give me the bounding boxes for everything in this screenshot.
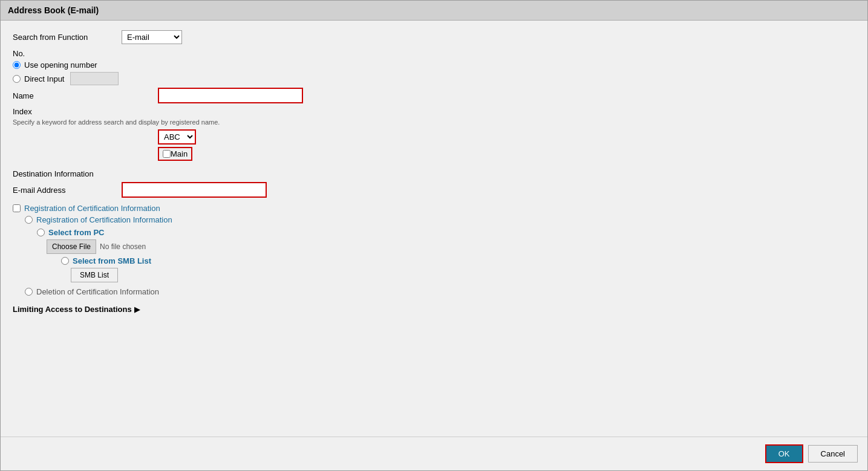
title-bar: Address Book (E-mail) [1, 1, 867, 21]
no-label: No. [13, 49, 855, 58]
window-title: Address Book (E-mail) [8, 5, 99, 15]
select-from-smb-label: Select from SMB List [73, 256, 151, 265]
use-opening-number-row: Use opening number [13, 60, 855, 70]
email-row: E-mail Address [13, 182, 855, 198]
content-area: Search from Function E-mail Fax SMB FTP … [1, 21, 867, 437]
cert-registration-radio-row: Registration of Certification Informatio… [25, 215, 855, 224]
cert-registration-radio-label: Registration of Certification Informatio… [36, 215, 172, 224]
select-from-smb-radio[interactable] [61, 257, 69, 265]
limiting-access-label: Limiting Access to Destinations [13, 305, 132, 314]
limiting-access-arrow: ▶ [134, 305, 140, 314]
choose-file-button[interactable]: Choose File [47, 239, 96, 254]
search-function-row: Search from Function E-mail Fax SMB FTP [13, 30, 855, 44]
cert-checkbox-row: Registration of Certification Informatio… [13, 204, 855, 213]
deletion-label: Deletion of Certification Information [36, 287, 159, 296]
cert-registration-radio[interactable] [25, 216, 33, 224]
name-input[interactable] [158, 88, 303, 103]
deletion-row: Deletion of Certification Information [25, 287, 855, 296]
cancel-button[interactable]: Cancel [808, 445, 858, 463]
main-window: Address Book (E-mail) Search from Functi… [0, 0, 868, 471]
use-opening-number-label: Use opening number [24, 60, 97, 70]
pc-sub-section: Select from PC Choose File No file chose… [37, 228, 855, 282]
deletion-radio[interactable] [25, 288, 33, 296]
smb-list-button[interactable]: SMB List [71, 268, 118, 282]
destination-title: Destination Information [13, 169, 855, 178]
cert-registration-checkbox-label: Registration of Certification Informatio… [24, 204, 160, 213]
select-from-pc-label: Select from PC [48, 228, 104, 237]
main-checkbox-wrapper: Main [158, 147, 192, 161]
destination-section: Destination Information E-mail Address [13, 169, 855, 198]
no-file-text: No file chosen [100, 242, 146, 251]
ok-button[interactable]: OK [765, 444, 803, 463]
name-row: Name [13, 88, 855, 103]
select-from-pc-row: Select from PC [37, 228, 855, 237]
smb-list-btn-row: SMB List [71, 268, 855, 282]
select-from-smb-row: Select from SMB List [61, 256, 855, 265]
email-address-input[interactable] [122, 182, 267, 198]
name-label: Name [13, 91, 158, 100]
footer: OK Cancel [1, 437, 867, 470]
direct-input-label: Direct Input [24, 74, 64, 83]
direct-input-field[interactable] [70, 72, 119, 85]
no-section: No. Use opening number Direct Input [13, 49, 855, 85]
use-opening-number-radio[interactable] [13, 61, 21, 69]
file-input-row: Choose File No file chosen [47, 239, 855, 254]
main-checkbox[interactable] [163, 150, 171, 158]
search-function-label: Search from Function [13, 33, 122, 42]
limiting-access-section[interactable]: Limiting Access to Destinations ▶ [13, 305, 855, 314]
select-from-pc-radio[interactable] [37, 229, 45, 236]
cert-registration-checkbox[interactable] [13, 204, 21, 212]
direct-input-row: Direct Input [13, 72, 855, 85]
abc-select[interactable]: ABC DEF GHI JKL MNO PQR STU VWX YZ [158, 129, 196, 145]
cert-section: Registration of Certification Informatio… [13, 204, 855, 296]
index-label: Index [13, 107, 855, 116]
direct-input-radio[interactable] [13, 75, 21, 83]
index-section: Index Specify a keyword for address sear… [13, 107, 855, 161]
index-hint: Specify a keyword for address search and… [13, 119, 855, 126]
email-address-label: E-mail Address [13, 186, 122, 195]
main-label: Main [171, 149, 188, 158]
index-controls: ABC DEF GHI JKL MNO PQR STU VWX YZ [158, 129, 855, 145]
search-function-select[interactable]: E-mail Fax SMB FTP [122, 30, 182, 44]
